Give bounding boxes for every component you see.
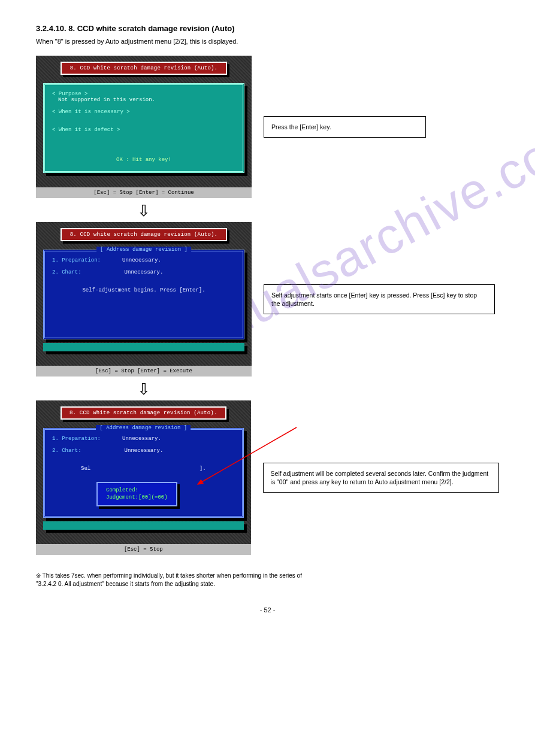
bg-left: Sel [81, 466, 90, 472]
screen3-panel: [ Address damage revision ] 1. Preparati… [43, 428, 244, 518]
callout-3: Self adjustment will be completed severa… [263, 463, 499, 493]
popup-line1: Completed! [106, 487, 168, 494]
completed-popup: Completed! Judgement:[00](=00) [96, 482, 177, 506]
screen1-panel: < Purpose > Not supported in this versio… [43, 83, 244, 173]
screen3-footer: [Esc] = Stop [36, 544, 251, 555]
callout-1: Press the [Enter] key. [264, 116, 426, 138]
page-title: 3.2.4.10. 8. CCD white scratch damage re… [36, 24, 499, 33]
screen2-inner-title: [ Address damage revision ] [96, 247, 191, 253]
popup-line2: Judgement:[00](=00) [106, 494, 168, 502]
defect-label: < When it is defect > [52, 127, 235, 133]
prep-value: Unnecessary. [122, 257, 161, 263]
page-number: - 52 - [36, 606, 499, 614]
teal-strip [43, 343, 244, 351]
closing-note: ※ This takes 7sec. when performing indiv… [36, 572, 499, 588]
screenshot-3: 8. CCD white scratch damage revision (Au… [36, 400, 251, 555]
page-subtitle: When "8" is pressed by Auto adjustment m… [36, 38, 499, 45]
callout-2: Self adjustment starts once [Enter] key … [264, 284, 495, 314]
screen2-hint: Self-adjustment begins. Press [Enter]. [52, 287, 235, 293]
screen3-inner-title: [ Address damage revision ] [96, 425, 191, 431]
necessary-label: < When it is necessary > [52, 109, 235, 115]
chart-value: Unnecessary. [125, 448, 164, 454]
chart-label: 2. Chart: [52, 269, 81, 275]
screen1-title: 8. CCD white scratch damage revision (Au… [61, 62, 227, 75]
screen1-footer: [Esc] = Stop [Enter] = Continue [36, 187, 252, 198]
screen2-panel: [ Address damage revision ] 1. Preparati… [43, 250, 244, 339]
purpose-body: Not supported in this version. [58, 97, 235, 103]
prep-label: 1. Preparation: [52, 436, 101, 442]
chart-value: Unnecessary. [125, 269, 164, 275]
screen2-footer: [Esc] = Stop [Enter] = Execute [36, 366, 252, 377]
prep-label: 1. Preparation: [52, 257, 101, 263]
prep-value: Unnecessary. [122, 436, 161, 442]
screenshot-1: 8. CCD white scratch damage revision (Au… [36, 56, 252, 198]
screenshot-2: 8. CCD white scratch damage revision (Au… [36, 222, 252, 377]
down-arrow-icon: ⇩ [36, 203, 252, 218]
down-arrow-icon: ⇩ [36, 381, 252, 397]
bg-right: ]. [200, 466, 206, 472]
chart-label: 2. Chart: [52, 448, 81, 454]
teal-strip [43, 521, 244, 530]
screen2-title: 8. CCD white scratch damage revision (Au… [61, 228, 227, 241]
ok-hint: OK : Hit any key! [52, 157, 235, 163]
screen3-title: 8. CCD white scratch damage revision (Au… [61, 406, 226, 420]
purpose-label: < Purpose > [52, 91, 235, 97]
